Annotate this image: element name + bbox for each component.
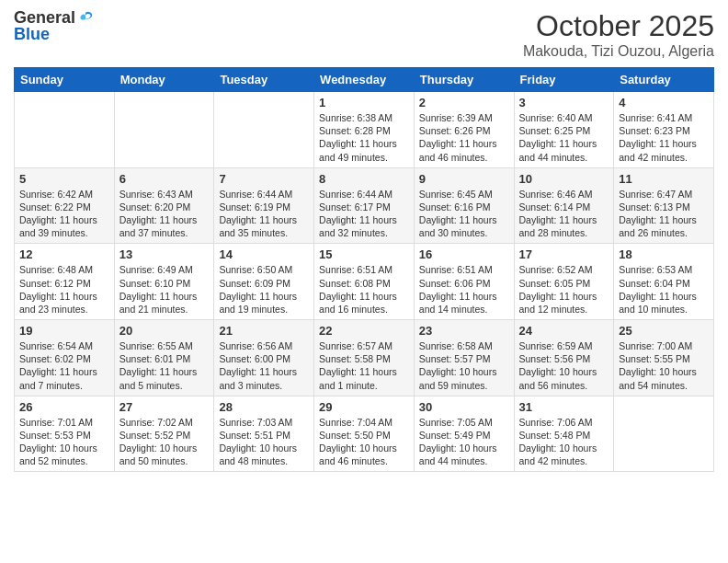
sunset-text: Sunset: 6:06 PM (419, 278, 491, 289)
sunrise-text: Sunrise: 7:03 AM (219, 417, 292, 428)
calendar-week-row: 19Sunrise: 6:54 AMSunset: 6:02 PMDayligh… (15, 320, 714, 396)
sunrise-text: Sunrise: 6:41 AM (619, 112, 692, 123)
day-info: Sunrise: 6:42 AMSunset: 6:22 PMDaylight:… (19, 188, 109, 240)
sunset-text: Sunset: 6:26 PM (419, 125, 491, 136)
weekday-header-thursday: Thursday (414, 68, 514, 92)
calendar-cell: 24Sunrise: 6:59 AMSunset: 5:56 PMDayligh… (514, 320, 614, 396)
day-number: 2 (419, 96, 509, 109)
sunrise-text: Sunrise: 6:52 AM (519, 264, 593, 275)
sunset-text: Sunset: 6:19 PM (219, 201, 290, 213)
calendar-cell: 6Sunrise: 6:43 AMSunset: 6:20 PMDaylight… (114, 167, 214, 244)
sunset-text: Sunset: 6:13 PM (619, 201, 690, 213)
page: General Blue October 2025 Makouda, Tizi … (0, 0, 728, 563)
day-number: 23 (419, 324, 509, 338)
day-info: Sunrise: 7:04 AMSunset: 5:50 PMDaylight:… (319, 416, 409, 468)
calendar-week-row: 5Sunrise: 6:42 AMSunset: 6:22 PMDaylight… (15, 167, 714, 244)
daylight-text: Daylight: 11 hours and 49 minutes. (319, 138, 397, 162)
daylight-text: Daylight: 11 hours and 5 minutes. (119, 366, 198, 390)
daylight-text: Daylight: 11 hours and 30 minutes. (419, 214, 497, 238)
day-number: 6 (119, 172, 210, 186)
sunrise-text: Sunrise: 6:45 AM (419, 189, 493, 200)
day-number: 29 (319, 400, 409, 414)
day-info: Sunrise: 6:47 AMSunset: 6:13 PMDaylight:… (619, 188, 709, 240)
sunset-text: Sunset: 5:49 PM (419, 430, 491, 441)
day-number: 12 (19, 247, 109, 261)
day-info: Sunrise: 6:55 AMSunset: 6:01 PMDaylight:… (119, 339, 210, 392)
daylight-text: Daylight: 10 hours and 52 minutes. (19, 442, 97, 466)
sunset-text: Sunset: 5:50 PM (319, 430, 391, 441)
calendar-cell: 19Sunrise: 6:54 AMSunset: 6:02 PMDayligh… (15, 320, 115, 396)
calendar-cell: 4Sunrise: 6:41 AMSunset: 6:23 PMDaylight… (614, 92, 714, 168)
day-number: 22 (319, 324, 409, 338)
calendar-cell: 7Sunrise: 6:44 AMSunset: 6:19 PMDaylight… (214, 167, 314, 244)
sunrise-text: Sunrise: 6:55 AM (119, 340, 193, 351)
sunset-text: Sunset: 5:58 PM (319, 353, 391, 364)
day-number: 3 (519, 96, 609, 109)
sunrise-text: Sunrise: 6:43 AM (119, 189, 193, 200)
calendar-cell (614, 396, 714, 472)
calendar-cell: 16Sunrise: 6:51 AMSunset: 6:06 PMDayligh… (414, 244, 514, 320)
sunset-text: Sunset: 5:48 PM (519, 430, 591, 441)
calendar-cell: 21Sunrise: 6:56 AMSunset: 6:00 PMDayligh… (214, 320, 314, 396)
daylight-text: Daylight: 11 hours and 39 minutes. (19, 214, 97, 238)
calendar-cell: 8Sunrise: 6:44 AMSunset: 6:17 PMDaylight… (314, 167, 415, 244)
sunset-text: Sunset: 6:16 PM (419, 201, 491, 213)
day-number: 30 (419, 400, 509, 414)
day-info: Sunrise: 6:44 AMSunset: 6:19 PMDaylight:… (219, 188, 309, 240)
calendar-cell: 10Sunrise: 6:46 AMSunset: 6:14 PMDayligh… (514, 167, 614, 244)
sunset-text: Sunset: 6:05 PM (519, 278, 591, 289)
calendar-cell: 13Sunrise: 6:49 AMSunset: 6:10 PMDayligh… (114, 244, 214, 320)
logo-bird-icon (77, 10, 94, 27)
sunrise-text: Sunrise: 6:38 AM (319, 112, 392, 123)
day-number: 8 (319, 172, 409, 186)
day-number: 11 (619, 172, 709, 186)
daylight-text: Daylight: 11 hours and 14 minutes. (419, 291, 497, 315)
day-number: 20 (119, 324, 210, 338)
sunset-text: Sunset: 5:52 PM (119, 430, 191, 441)
day-number: 9 (419, 172, 509, 186)
day-number: 16 (419, 247, 509, 261)
day-number: 17 (519, 247, 609, 261)
sunrise-text: Sunrise: 6:48 AM (19, 264, 93, 275)
sunset-text: Sunset: 5:53 PM (19, 430, 91, 441)
day-info: Sunrise: 6:40 AMSunset: 6:25 PMDaylight:… (519, 111, 609, 164)
daylight-text: Daylight: 11 hours and 23 minutes. (19, 291, 97, 315)
day-number: 19 (19, 324, 109, 338)
daylight-text: Daylight: 11 hours and 32 minutes. (319, 214, 397, 238)
daylight-text: Daylight: 10 hours and 56 minutes. (519, 366, 597, 390)
sunrise-text: Sunrise: 6:40 AM (519, 112, 593, 123)
day-number: 5 (19, 172, 109, 186)
daylight-text: Daylight: 10 hours and 42 minutes. (519, 442, 597, 466)
weekday-header-row: SundayMondayTuesdayWednesdayThursdayFrid… (15, 68, 714, 92)
day-info: Sunrise: 6:46 AMSunset: 6:14 PMDaylight:… (519, 188, 609, 240)
month-title: October 2025 (523, 9, 714, 43)
day-info: Sunrise: 6:44 AMSunset: 6:17 PMDaylight:… (319, 188, 409, 240)
calendar-cell: 14Sunrise: 6:50 AMSunset: 6:09 PMDayligh… (214, 244, 314, 320)
weekday-header-monday: Monday (114, 68, 214, 92)
sunrise-text: Sunrise: 6:57 AM (319, 340, 392, 351)
daylight-text: Daylight: 10 hours and 54 minutes. (619, 366, 697, 390)
day-info: Sunrise: 7:00 AMSunset: 5:55 PMDaylight:… (619, 339, 709, 392)
day-number: 14 (219, 247, 309, 261)
location-title: Makouda, Tizi Ouzou, Algeria (523, 43, 714, 60)
day-info: Sunrise: 7:05 AMSunset: 5:49 PMDaylight:… (419, 416, 509, 468)
calendar-cell (114, 92, 214, 168)
day-info: Sunrise: 6:51 AMSunset: 6:06 PMDaylight:… (419, 263, 509, 316)
calendar-cell: 3Sunrise: 6:40 AMSunset: 6:25 PMDaylight… (514, 92, 614, 168)
calendar-cell: 22Sunrise: 6:57 AMSunset: 5:58 PMDayligh… (314, 320, 415, 396)
daylight-text: Daylight: 11 hours and 7 minutes. (19, 366, 97, 390)
daylight-text: Daylight: 11 hours and 16 minutes. (319, 291, 397, 315)
sunrise-text: Sunrise: 7:02 AM (119, 417, 193, 428)
calendar-cell: 17Sunrise: 6:52 AMSunset: 6:05 PMDayligh… (514, 244, 614, 320)
sunrise-text: Sunrise: 7:06 AM (519, 417, 593, 428)
calendar-cell: 31Sunrise: 7:06 AMSunset: 5:48 PMDayligh… (514, 396, 614, 472)
day-number: 25 (619, 324, 709, 338)
sunset-text: Sunset: 5:51 PM (219, 430, 290, 441)
calendar-cell: 2Sunrise: 6:39 AMSunset: 6:26 PMDaylight… (414, 92, 514, 168)
header: General Blue October 2025 Makouda, Tizi … (14, 9, 714, 60)
day-info: Sunrise: 6:57 AMSunset: 5:58 PMDaylight:… (319, 339, 409, 392)
logo-blue: Blue (14, 25, 94, 44)
day-info: Sunrise: 6:49 AMSunset: 6:10 PMDaylight:… (119, 263, 210, 316)
day-info: Sunrise: 6:38 AMSunset: 6:28 PMDaylight:… (319, 111, 409, 164)
day-info: Sunrise: 6:50 AMSunset: 6:09 PMDaylight:… (219, 263, 309, 316)
